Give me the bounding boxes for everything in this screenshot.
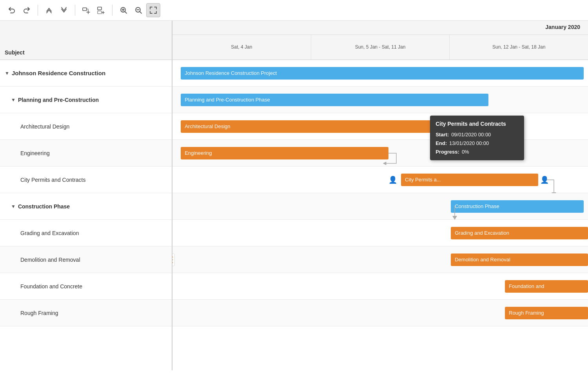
svg-rect-5 [98, 7, 102, 10]
gantt-bar-demolition[interactable]: Demolition and Removal [451, 253, 588, 266]
task-label: Rough Framing [20, 310, 58, 316]
zoom-out-button[interactable] [131, 3, 145, 17]
task-label: Planning and Pre-Construction [18, 97, 99, 103]
task-label: Foundation and Concrete [20, 283, 82, 290]
subject-header-label: Subject [5, 49, 167, 56]
month-label: January 2020 [545, 24, 580, 33]
task-row[interactable]: ▼ Construction Phase [0, 193, 172, 220]
move-down-button[interactable] [57, 3, 71, 17]
task-row[interactable]: Rough Framing [0, 300, 172, 326]
task-row[interactable]: Foundation and Concrete [0, 273, 172, 300]
move-up-button[interactable] [42, 3, 56, 17]
person-icon-right: 👤 [540, 176, 549, 184]
tooltip-start-label: Start: [436, 130, 449, 139]
tooltip-start-value: 09/01/2020 00:00 [451, 130, 491, 139]
tooltip-start-row: Start: 09/01/2020 00:00 [436, 130, 519, 139]
gantt-bar-grading[interactable]: Grading and Excavation [451, 227, 588, 239]
gantt-bar-engineering[interactable]: Engineering [181, 147, 388, 159]
undo-button[interactable] [5, 3, 19, 17]
zoom-out-icon [134, 6, 142, 14]
task-label: Architectural Design [20, 123, 69, 130]
svg-line-14 [140, 12, 142, 14]
task-row[interactable]: Engineering [0, 140, 172, 167]
zoom-in-button[interactable] [116, 3, 131, 17]
add-sibling-button[interactable] [94, 3, 108, 17]
chart-row: Demolition and Removal [172, 246, 588, 273]
tooltip-progress-row: Progress: 0% [436, 148, 519, 156]
gantt-bar-framing[interactable]: Rough Framing [505, 307, 588, 319]
toolbar-task-group [79, 3, 108, 17]
task-row[interactable]: City Permits and Contracts [0, 167, 172, 193]
bar-label: Foundation and [509, 283, 544, 289]
task-row[interactable]: Grading and Excavation [0, 220, 172, 246]
bar-label: Grading and Excavation [455, 230, 509, 236]
dot [172, 262, 173, 263]
collapse-icon: ▼ [11, 204, 16, 209]
task-row[interactable]: Demolition and Removal [0, 246, 172, 273]
chart-row: Foundation and [172, 273, 588, 300]
task-list-header: Subject [0, 21, 172, 60]
tooltip-title: City Permits and Contracts [436, 120, 519, 129]
tooltip-end-label: End: [436, 139, 447, 148]
move-up-icon [45, 6, 53, 14]
separator-2 [75, 5, 75, 16]
task-label: Construction Phase [18, 203, 70, 210]
three-dots-button[interactable] [172, 253, 175, 266]
bar-label: Demolition and Removal [455, 257, 510, 263]
tooltip-progress-label: Progress: [436, 148, 459, 156]
week-row: Sat, 4 Jan Sun, 5 Jan - Sat, 11 Jan Sun,… [172, 34, 588, 60]
tooltip-end-value: 13/01/2020 00:00 [449, 139, 489, 148]
connector-arrow [388, 140, 428, 167]
toolbar [0, 0, 588, 21]
bar-label: Planning and Pre-Construction Phase [185, 97, 270, 103]
svg-marker-18 [452, 216, 457, 220]
undo-icon [8, 6, 16, 14]
week-label: Sat, 4 Jan [231, 44, 252, 50]
toolbar-zoom-group [116, 3, 160, 17]
connector-permits-construction [542, 167, 588, 193]
fit-button[interactable] [146, 3, 160, 17]
move-down-icon [60, 6, 68, 14]
chart-body: Johnson Residence Construction Project P… [172, 60, 588, 370]
bar-label: Engineering [185, 150, 212, 156]
task-label: Johnson Residence Construction [12, 70, 105, 76]
bar-label: Johnson Residence Construction Project [185, 70, 277, 76]
week-label: Sun, 12 Jan - Sat, 18 Jan [492, 44, 545, 50]
toolbar-history-group [5, 3, 34, 17]
chart-row: Engineering [172, 140, 588, 167]
add-child-icon [82, 6, 91, 14]
gantt-container: Subject ▼ Johnson Residence Construction… [0, 21, 588, 370]
tooltip-end-row: End: 13/01/2020 00:00 [436, 139, 519, 148]
chart-row: Johnson Residence Construction Project [172, 60, 588, 87]
gantt-bar-foundation[interactable]: Foundation and [505, 280, 588, 293]
chart-row: Rough Framing [172, 300, 588, 326]
separator-3 [112, 5, 113, 16]
gantt-bar-johnson[interactable]: Johnson Residence Construction Project [181, 67, 584, 80]
task-row[interactable]: ▼ Planning and Pre-Construction [0, 87, 172, 113]
zoom-in-icon [120, 6, 127, 14]
fit-icon [149, 6, 157, 14]
add-child-button[interactable] [79, 3, 93, 17]
task-list-panel: Subject ▼ Johnson Residence Construction… [0, 21, 172, 370]
svg-rect-6 [98, 11, 102, 14]
chart-row: Construction Phase [172, 193, 588, 220]
collapse-icon: ▼ [11, 97, 16, 103]
gantt-bar-arch[interactable]: Architectural Design [181, 120, 467, 133]
tooltip-progress-value: 0% [462, 148, 469, 156]
redo-button[interactable] [20, 3, 34, 17]
task-row[interactable]: ▼ Johnson Residence Construction [0, 60, 172, 87]
dot [172, 259, 173, 261]
task-row[interactable]: Architectural Design [0, 113, 172, 140]
chart-row: Grading and Excavation [172, 220, 588, 246]
dot [172, 256, 173, 258]
week-col-1: Sat, 4 Jan [172, 35, 311, 60]
task-list-body: ▼ Johnson Residence Construction ▼ Plann… [0, 60, 172, 370]
bar-label: City Permits a... [405, 177, 441, 183]
chart-header: January 2020 Sat, 4 Jan Sun, 5 Jan - Sat… [172, 21, 588, 60]
gantt-bar-permits[interactable]: City Permits a... [401, 174, 538, 186]
gantt-bar-planning[interactable]: Planning and Pre-Construction Phase [181, 94, 488, 106]
toolbar-move-group [42, 3, 71, 17]
gantt-bar-construction[interactable]: Construction Phase [451, 200, 584, 213]
bar-label: Architectural Design [185, 123, 230, 129]
week-col-2: Sun, 5 Jan - Sat, 11 Jan [311, 35, 450, 60]
